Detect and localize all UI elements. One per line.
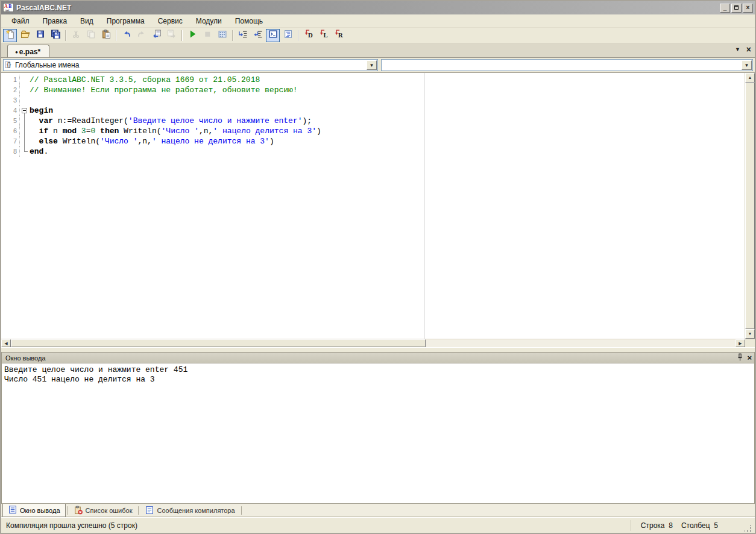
tab-list-dropdown-icon[interactable]: ▼ <box>735 46 740 52</box>
app-window: ABnet PascalABC.NET _ × ФайлПравкаВидПро… <box>0 0 756 534</box>
menu-item-help[interactable]: Помощь <box>228 16 269 27</box>
code-editor[interactable]: 1// PascalABC.NET 3.3.5, сборка 1669 от … <box>1 73 745 339</box>
scroll-down-icon[interactable]: ▼ <box>745 329 755 339</box>
save-all-button[interactable] <box>48 29 62 42</box>
resize-grip[interactable] <box>745 525 752 533</box>
vertical-scrollbar[interactable]: ▲ ▼ <box>745 73 755 339</box>
toolbar-separator <box>181 30 182 41</box>
open-file-button[interactable] <box>18 29 32 42</box>
code-text: // PascalABC.NET 3.3.5, сборка 1669 от 2… <box>30 75 260 85</box>
code-line-8[interactable]: 8end. <box>1 146 745 157</box>
line-number: 7 <box>1 136 19 146</box>
output-splitter[interactable] <box>1 347 755 352</box>
member-combobox[interactable]: ▼ <box>381 59 753 71</box>
nav-forward-button <box>165 29 178 42</box>
code-text: end. <box>30 146 48 157</box>
fold-margin[interactable] <box>19 105 30 116</box>
nav-forward-icon <box>167 30 177 41</box>
modified-dot-icon: ● <box>15 49 18 55</box>
toolbar-separator <box>65 30 66 41</box>
horizontal-scroll-thumb[interactable] <box>11 339 426 347</box>
svg-text:R: R <box>338 31 342 39</box>
paste-button[interactable] <box>99 29 113 42</box>
code-line-5[interactable]: 5 var n:=ReadInteger('Введите целое числ… <box>1 116 745 126</box>
redo-button <box>134 29 148 42</box>
stop-program-button <box>200 29 214 42</box>
code-line-7[interactable]: 7 else Writeln('Число ',n,' нацело не де… <box>1 136 745 146</box>
outdent-icon <box>253 30 263 41</box>
tab-error-list[interactable]: Список ошибок <box>69 504 137 517</box>
code-line-6[interactable]: 6 if n mod 3=0 then Writeln('Число ',n,'… <box>1 126 745 136</box>
structure-panel-button[interactable] <box>281 29 295 42</box>
tab-label: Сообщения компилятора <box>157 507 235 514</box>
output-tab-icon <box>8 505 17 515</box>
line-number: 3 <box>1 95 19 105</box>
console-toggle-button[interactable] <box>266 29 280 42</box>
tab-label: Список ошибок <box>86 507 133 514</box>
menu-item-modules[interactable]: Модули <box>189 16 228 27</box>
output-line: Число 451 нацело не делится на 3 <box>4 375 752 385</box>
editor-region: 1// PascalABC.NET 3.3.5, сборка 1669 от … <box>1 72 755 347</box>
nav-back-button[interactable] <box>150 29 163 42</box>
menu-item-service[interactable]: Сервис <box>151 16 189 27</box>
tab-compiler-messages[interactable]: Сообщения компилятора <box>140 504 239 517</box>
save-all-icon <box>51 30 60 41</box>
document-tab-epas[interactable]: ● e.pas* <box>7 45 49 57</box>
fold-collapse-icon[interactable] <box>22 108 27 113</box>
horizontal-scrollbar[interactable]: ◀ ▶ <box>1 339 755 347</box>
menu-item-view[interactable]: Вид <box>74 16 100 27</box>
code-line-3[interactable]: 3 <box>1 95 745 105</box>
structure-icon <box>283 30 293 41</box>
output-line: Введите целое число и нажмите enter 451 <box>4 365 752 375</box>
calculator-button[interactable] <box>215 29 229 42</box>
console-icon <box>268 30 278 41</box>
goto-r-icon: R <box>334 30 344 41</box>
scope-combobox[interactable]: {} Глобальные имена ▼ <box>3 59 378 71</box>
run-program-button[interactable] <box>185 29 199 42</box>
goto-definition-button[interactable]: D <box>301 29 315 42</box>
cut-button <box>69 29 83 42</box>
code-line-2[interactable]: 2// Внимание! Если программа не работает… <box>1 85 745 95</box>
scrollbar-corner <box>745 339 755 347</box>
menu-item-file[interactable]: Файл <box>5 16 36 27</box>
column-value: 5 <box>714 521 718 530</box>
outdent-button[interactable] <box>251 29 265 42</box>
fold-margin <box>19 75 30 85</box>
goto-realization-button[interactable]: R <box>332 29 345 42</box>
output-close-icon[interactable]: × <box>747 353 752 362</box>
column-label: Столбец <box>681 521 710 530</box>
app-logo-icon: ABnet <box>3 3 14 13</box>
new-file-button[interactable] <box>3 29 17 42</box>
vertical-scroll-thumb[interactable] <box>745 83 755 329</box>
minimize-button[interactable]: _ <box>720 4 730 13</box>
close-document-icon[interactable]: × <box>746 46 751 53</box>
open-icon <box>20 30 30 41</box>
caret-position: Строка 8 Столбец 5 <box>631 520 742 531</box>
stop-icon <box>203 30 212 41</box>
goto-declaration-button[interactable]: L <box>317 29 330 42</box>
tab-output-window[interactable]: Окно вывода <box>2 504 66 517</box>
nav-back-icon <box>152 30 162 41</box>
tab-separator <box>67 506 68 515</box>
code-text: else Writeln('Число ',n,' нацело не дели… <box>30 136 274 146</box>
line-number: 5 <box>1 116 19 126</box>
maximize-button[interactable] <box>731 4 742 13</box>
indent-button[interactable] <box>236 29 250 42</box>
pin-icon[interactable] <box>735 353 745 363</box>
save-file-button[interactable] <box>33 29 47 42</box>
horizontal-scroll-track[interactable] <box>426 339 736 347</box>
menu-item-program[interactable]: Программа <box>100 16 151 27</box>
code-text: begin <box>30 105 53 116</box>
close-button[interactable]: × <box>743 4 753 13</box>
code-line-1[interactable]: 1// PascalABC.NET 3.3.5, сборка 1669 от … <box>1 75 745 85</box>
scope-combobox-dropdown-icon[interactable]: ▼ <box>367 60 377 70</box>
scroll-right-icon[interactable]: ▶ <box>736 339 745 347</box>
braces-icon: {} <box>5 60 14 71</box>
scroll-up-icon[interactable]: ▲ <box>745 73 755 83</box>
member-combobox-dropdown-icon[interactable]: ▼ <box>742 60 752 70</box>
code-line-4[interactable]: 4begin <box>1 105 745 116</box>
redo-icon <box>137 30 146 41</box>
undo-button[interactable] <box>119 29 133 42</box>
menu-item-edit[interactable]: Правка <box>36 16 74 27</box>
scroll-left-icon[interactable]: ◀ <box>1 339 11 347</box>
